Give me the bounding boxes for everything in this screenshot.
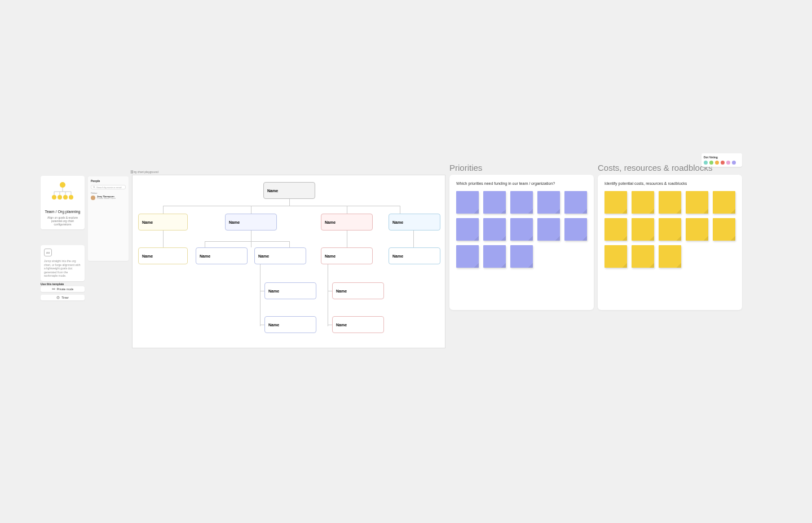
sticky-note[interactable] [604,218,627,241]
voting-dot[interactable] [726,161,730,165]
people-role: Creator Board Owner [97,198,116,200]
private-mode-button[interactable]: Private mode [41,286,85,292]
org-node-label: Name [392,220,403,224]
sticky-note[interactable] [632,245,654,268]
org-node-label: Name [258,254,269,258]
voting-dot[interactable] [715,161,719,165]
private-mode-label: Private mode [57,287,73,291]
sticky-note[interactable] [483,191,506,214]
costs-sticky-grid [604,191,735,268]
org-node-label: Name [142,220,153,224]
search-icon [93,186,95,188]
sticky-note[interactable] [713,191,735,214]
sticky-note[interactable] [686,191,708,214]
svg-point-10 [69,195,73,200]
people-panel[interactable]: People Search by name or email Online Jo… [88,176,129,261]
sticky-note[interactable] [659,218,681,241]
org-chart[interactable]: Name Name Name Name Name Name Name Name … [132,175,445,348]
org-node-l2[interactable]: Name [389,214,440,231]
sticky-note[interactable] [510,191,533,214]
svg-point-7 [52,195,56,200]
sticky-note[interactable] [537,218,560,241]
dot-voting-panel[interactable]: Dot Voting [701,153,742,167]
voting-dot[interactable] [709,161,713,165]
org-chart-label: Org chart playground [132,170,158,174]
note-icon: oo [44,249,52,256]
svg-line-17 [95,188,95,188]
priorities-prompt: Which priorities need funding in our tea… [456,181,587,185]
sticky-note[interactable] [456,218,479,241]
svg-point-0 [60,182,65,188]
org-node-label: Name [325,220,336,224]
timer-button[interactable]: Timer [41,295,85,300]
org-node-label: Name [200,254,210,258]
sticky-note[interactable] [604,191,627,214]
sticky-note[interactable] [483,218,506,241]
template-card[interactable]: Team / Org planning Align on goals & exp… [41,176,85,229]
timer-icon [56,296,60,299]
org-node-l4[interactable]: Name [264,282,316,299]
sticky-note[interactable] [537,191,560,214]
org-node-l3[interactable]: Name [138,247,188,264]
org-node-label: Name [392,254,403,258]
org-node-l3[interactable]: Name [196,247,248,264]
priorities-sticky-grid [456,191,587,268]
org-node-l3[interactable]: Name [321,247,373,264]
org-node-l4[interactable]: Name [332,316,384,333]
svg-point-16 [93,186,94,187]
sticky-note[interactable] [632,218,654,241]
voting-dot[interactable] [721,161,725,165]
sticky-note[interactable] [483,245,506,268]
org-node-l2[interactable]: Name [138,214,188,231]
sticky-note[interactable] [456,191,479,214]
dot-voting-title: Dot Voting [704,156,740,159]
note-card: oo Jump straight into the org chart, or … [41,245,85,281]
people-title: People [91,179,126,183]
sticky-note[interactable] [632,191,654,214]
org-node-l4[interactable]: Name [332,282,384,299]
people-online-label: Online [91,192,126,194]
priorities-section[interactable]: Which priorities need funding in our tea… [449,175,594,310]
org-node-l4[interactable]: Name [264,316,316,333]
template-subtitle: Align on goals & explore potential org c… [44,216,81,226]
avatar [91,196,95,200]
costs-section[interactable]: Identify potential costs, resources & ro… [598,175,742,310]
svg-point-9 [63,195,68,200]
org-node-root[interactable]: Name [263,182,315,199]
sticky-note[interactable] [659,245,681,268]
sticky-note[interactable] [604,245,627,268]
template-thumbnail [44,179,81,207]
voting-dot[interactable] [732,161,736,165]
org-node-l3[interactable]: Name [254,247,306,264]
sticky-note[interactable] [510,245,533,268]
org-node-label: Name [229,220,240,224]
sticky-note[interactable] [510,218,533,241]
org-node-l2[interactable]: Name [321,214,373,231]
org-node-label: Name [142,254,153,258]
sticky-note[interactable] [564,191,587,214]
org-node-label: Name [267,189,278,193]
people-search-input[interactable]: Search by name or email [91,185,126,189]
org-node-label: Name [268,289,279,293]
template-title: Team / Org planning [44,210,81,214]
costs-prompt: Identify potential costs, resources & ro… [604,181,735,185]
svg-rect-11 [52,289,53,290]
costs-section-title: Costs, resources & roadblocks [598,163,712,172]
sticky-note[interactable] [659,191,681,214]
sticky-note[interactable] [456,245,479,268]
people-item[interactable]: Joey Thompson Creator Board Owner [91,196,126,200]
note-text: Jump straight into the org chart, or for… [44,259,81,278]
voting-dot[interactable] [704,161,708,165]
svg-point-8 [58,195,62,200]
dot-row [704,161,740,165]
priorities-section-title: Priorities [449,163,482,172]
org-node-l3[interactable]: Name [389,247,440,264]
timer-label: Timer [61,296,69,299]
use-template-label: Use this template [41,282,64,286]
org-node-label: Name [325,254,336,258]
sticky-note[interactable] [713,218,735,241]
incognito-icon [52,287,55,291]
org-node-l2[interactable]: Name [225,214,277,231]
sticky-note[interactable] [686,218,708,241]
sticky-note[interactable] [564,218,587,241]
